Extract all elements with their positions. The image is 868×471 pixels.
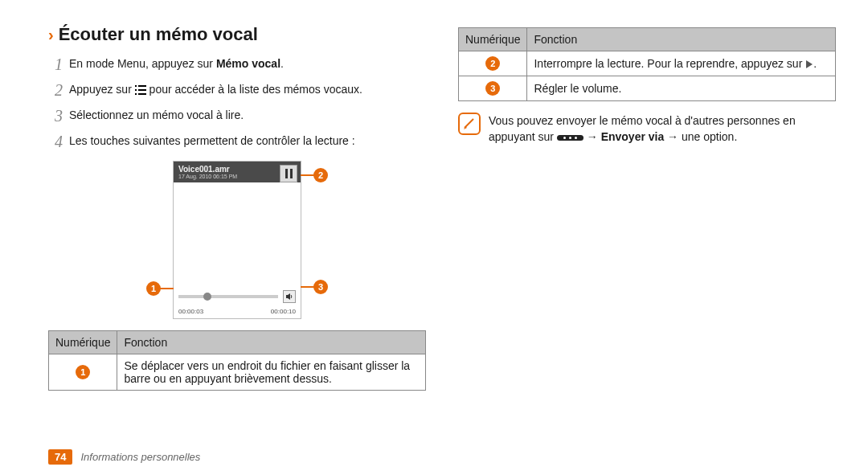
- step-bold: Mémo vocal: [216, 57, 280, 70]
- footer-section: Informations personnelles: [80, 451, 200, 463]
- player-controls: [174, 287, 301, 306]
- callout-line: [301, 286, 315, 288]
- step-text-post: pour accéder à la liste des mémos vocaux…: [146, 83, 362, 96]
- volume-button[interactable]: [283, 290, 296, 303]
- memo-filename: Voice001.amr: [178, 165, 296, 174]
- step-2: 2 Appuyez sur pour accéder à la liste de…: [48, 79, 426, 101]
- section-heading: › Écouter un mémo vocal: [48, 24, 426, 45]
- page-footer: 74 Informations personnelles: [48, 441, 836, 471]
- more-icon: [557, 135, 583, 141]
- callout-line: [301, 174, 315, 176]
- table-header-func: Fonction: [117, 331, 426, 354]
- svg-rect-0: [135, 85, 137, 87]
- row-badge-1: 1: [76, 365, 90, 379]
- note-box: Vous pouvez envoyer le mémo vocal à d'au…: [458, 113, 836, 145]
- step-number: 4: [48, 130, 63, 153]
- note-icon: [458, 113, 481, 135]
- step-text: Sélectionnez un mémo vocal à lire.: [69, 104, 426, 127]
- step-number: 1: [48, 53, 63, 76]
- memo-date: 17 Aug. 2010 06:15 PM: [178, 174, 296, 179]
- caret-icon: ›: [48, 26, 54, 44]
- player-body: [174, 182, 301, 287]
- step-text: Les touches suivantes permettent de cont…: [69, 130, 426, 153]
- row-badge-3: 3: [485, 81, 500, 96]
- svg-rect-2: [135, 89, 137, 91]
- table-header-func: Fonction: [527, 28, 836, 51]
- row-text: Interrompre la lecture. Pour la reprendr…: [534, 57, 805, 70]
- step-3: 3 Sélectionnez un mémo vocal à lire.: [48, 104, 426, 127]
- callout-2: 2: [313, 168, 328, 182]
- step-text-post: .: [280, 57, 284, 70]
- table-header-num: Numérique: [459, 28, 527, 51]
- row-text: Régler le volume.: [527, 76, 836, 101]
- step-text: En mode Menu, appuyez sur: [69, 57, 216, 70]
- speaker-icon: [285, 293, 293, 301]
- pause-icon: [285, 169, 293, 178]
- step-number: 2: [48, 79, 63, 101]
- svg-rect-3: [138, 89, 146, 91]
- table-row: 1 Se déplacer vers un endroit du fichier…: [49, 354, 426, 391]
- function-table-left: Numérique Fonction 1 Se déplacer vers un…: [48, 330, 426, 391]
- time-elapsed: 00:00:03: [178, 308, 203, 315]
- seek-thumb[interactable]: [203, 293, 211, 301]
- row-badge-2: 2: [485, 56, 500, 71]
- phone-screenshot: Voice001.amr 17 Aug. 2010 06:15 PM 00:00…: [173, 161, 301, 319]
- seek-bar[interactable]: [178, 295, 278, 298]
- pause-button[interactable]: [280, 165, 297, 182]
- function-table-right: Numérique Fonction 2 Interrompre la lect…: [458, 27, 836, 101]
- heading-text: Écouter un mémo vocal: [59, 24, 258, 45]
- step-1: 1 En mode Menu, appuyez sur Mémo vocal.: [48, 53, 426, 76]
- steps-list: 1 En mode Menu, appuyez sur Mémo vocal. …: [48, 53, 426, 153]
- play-icon: [805, 60, 813, 68]
- svg-rect-1: [138, 85, 146, 87]
- step-4: 4 Les touches suivantes permettent de co…: [48, 130, 426, 153]
- callout-3: 3: [313, 280, 328, 294]
- step-number: 3: [48, 104, 63, 127]
- svg-rect-5: [138, 93, 146, 95]
- row-text: Se déplacer vers un endroit du fichier e…: [117, 354, 426, 391]
- note-text-post: → une option.: [664, 130, 737, 143]
- table-header-num: Numérique: [49, 331, 117, 354]
- row-text-post: .: [813, 57, 817, 70]
- svg-rect-4: [135, 93, 137, 95]
- table-row: 2 Interrompre la lecture. Pour la repren…: [459, 51, 836, 76]
- player-header: Voice001.amr 17 Aug. 2010 06:15 PM: [174, 162, 301, 182]
- step-text: Appuyez sur: [69, 83, 135, 96]
- list-icon: [135, 85, 146, 95]
- note-bold: Envoyer via: [601, 130, 665, 143]
- table-row: 3 Régler le volume.: [459, 76, 836, 101]
- time-total: 00:00:10: [271, 308, 296, 315]
- page-number: 74: [48, 449, 72, 465]
- arrow-text: →: [583, 130, 601, 143]
- callout-line: [159, 288, 174, 289]
